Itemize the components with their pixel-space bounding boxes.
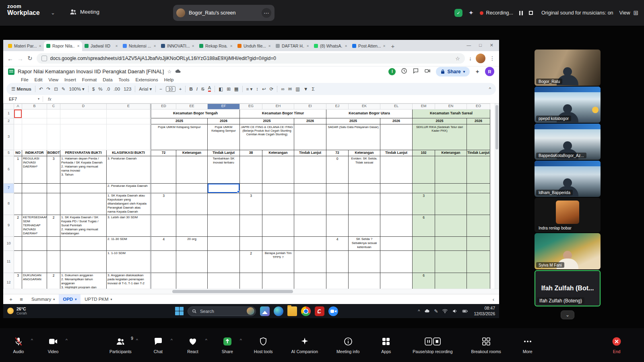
zoom-app-icon[interactable] [328, 306, 338, 316]
cell[interactable] [349, 193, 380, 215]
cell[interactable] [47, 193, 60, 215]
account-avatar[interactable]: R [485, 67, 494, 76]
cell[interactable] [14, 110, 22, 118]
gemini-icon[interactable]: ✦ [475, 68, 480, 75]
site-info-icon[interactable] [41, 56, 47, 61]
participant-tile[interactable]: Ifah Zulfah (Bot...Ifah Zulfah (Boteng) [535, 270, 601, 306]
menu-view[interactable]: View [48, 77, 58, 82]
cell[interactable] [22, 124, 47, 150]
cell[interactable]: INDIKATOR [22, 150, 47, 156]
cell[interactable]: 6 [413, 215, 435, 237]
column-header[interactable]: E [107, 104, 151, 110]
minimize-icon[interactable]: — [466, 43, 471, 48]
cell[interactable]: 3. Anggaran dialokasikan pada kegiatan p… [107, 273, 151, 289]
cell[interactable] [151, 156, 176, 184]
cell[interactable] [60, 124, 107, 150]
original-sound-toggle[interactable]: Original sound for musicians: on [541, 10, 613, 16]
cell[interactable] [208, 184, 240, 193]
cell[interactable] [380, 156, 413, 184]
row-header[interactable]: 8 [4, 193, 14, 215]
cell[interactable] [60, 193, 107, 215]
insert-chart-icon[interactable]: ▥ [295, 86, 300, 92]
browser-tab[interactable]: Unduh file...✕ [235, 41, 273, 51]
browser-menu-icon[interactable]: ⋮ [489, 55, 495, 62]
cell[interactable] [151, 251, 176, 273]
cell[interactable]: REGULASI INOVASI DAERAH* [22, 156, 47, 184]
control-apps[interactable]: Apps [376, 336, 400, 354]
menu-data[interactable]: Data [103, 77, 112, 82]
share-button[interactable]: Share ▾ [436, 67, 470, 77]
control-react[interactable]: ^React [182, 336, 206, 354]
volume-icon[interactable] [452, 308, 458, 314]
cell[interactable]: 2. Peraturan Kepala Daerah [107, 184, 151, 193]
cell[interactable]: 6 [413, 273, 435, 289]
cell[interactable]: Tindak Lanjut [467, 150, 490, 156]
cell[interactable] [413, 237, 435, 251]
photos-icon[interactable] [260, 306, 270, 316]
control-breakout-rooms[interactable]: Breakout rooms [469, 336, 507, 354]
cell[interactable]: Keterangan [349, 150, 380, 156]
view-button[interactable]: View ⊞ [619, 9, 638, 17]
horizontal-align-icon[interactable]: ≡ ▾ [246, 86, 253, 92]
sheet-tab-menu-icon[interactable]: ▾ [53, 298, 55, 301]
bold-icon[interactable]: B [189, 87, 192, 91]
reload-icon[interactable]: ↻ [27, 55, 33, 62]
cell[interactable]: 3. Lebih dari 30 SDM [107, 215, 151, 237]
tab-close-icon[interactable]: ✕ [77, 44, 80, 48]
screen-share-more-icon[interactable]: ⋯ [262, 8, 271, 18]
cell[interactable] [22, 251, 47, 273]
cell[interactable]: 2 [240, 251, 262, 273]
weather-widget[interactable]: 26°C Cerah [3, 306, 56, 316]
row-header[interactable]: 5 [4, 150, 14, 156]
tray-chevron-icon[interactable]: ^ [418, 309, 420, 314]
cell[interactable]: SADAR (Satu Data Pelayanan Dasar) [326, 124, 380, 150]
cell[interactable]: KLASIFIKASI BUKTI [107, 150, 151, 156]
cell[interactable] [262, 156, 294, 184]
cell[interactable] [380, 193, 413, 215]
cell[interactable] [380, 215, 413, 237]
sheet-tab-summary[interactable]: Summary▾ [27, 294, 59, 304]
cell[interactable] [240, 273, 262, 289]
cell[interactable] [262, 237, 294, 251]
cell[interactable]: Berapa jumlah Tim TPPS ? [262, 251, 294, 273]
functions-icon[interactable]: Σ [312, 87, 315, 91]
participant-tile[interactable]: Indra renlap bobar [535, 198, 601, 232]
cell[interactable] [22, 184, 47, 193]
cell[interactable] [262, 184, 294, 193]
tab-close-icon[interactable]: ✕ [345, 44, 347, 48]
cell[interactable] [435, 156, 467, 184]
cell[interactable] [151, 215, 176, 237]
cell[interactable] [435, 184, 467, 193]
menu-extensions[interactable]: Extensions [135, 77, 158, 82]
cell[interactable] [294, 215, 326, 237]
cell[interactable] [47, 118, 60, 124]
row-header[interactable]: 3 [4, 124, 14, 150]
cell[interactable]: 2026 [208, 118, 240, 124]
cell[interactable] [435, 251, 467, 273]
tab-meeting[interactable]: Meeting [69, 8, 99, 16]
cell[interactable] [208, 193, 240, 215]
cell[interactable] [14, 124, 22, 150]
cell[interactable]: 1. SK Kepala Daerah atau Keputusan yang … [107, 193, 151, 215]
font-select[interactable]: Arial ▾ [139, 86, 152, 92]
cell[interactable] [240, 237, 262, 251]
cell[interactable] [47, 184, 60, 193]
cell[interactable] [326, 215, 349, 237]
column-header[interactable]: EK [349, 104, 380, 110]
column-header[interactable]: EM [413, 104, 435, 110]
battery-icon[interactable] [462, 308, 468, 314]
column-header[interactable]: EE [176, 104, 208, 110]
cell[interactable]: 38 [240, 150, 262, 156]
cell[interactable] [176, 193, 208, 215]
cell[interactable] [176, 156, 208, 184]
cell[interactable]: Keterangan [435, 150, 467, 156]
decrease-font-size-icon[interactable]: − [159, 87, 162, 91]
cell[interactable]: 102 [413, 150, 435, 156]
wifi-icon[interactable] [442, 308, 448, 314]
paint-format-icon[interactable]: ✎ [62, 86, 66, 92]
cell[interactable]: 3 [47, 156, 60, 184]
cell[interactable] [435, 193, 467, 215]
browser-tab[interactable]: Post Atten...✕ [350, 41, 388, 51]
column-header[interactable]: A [14, 104, 22, 110]
cell[interactable]: 20 org [176, 237, 208, 251]
